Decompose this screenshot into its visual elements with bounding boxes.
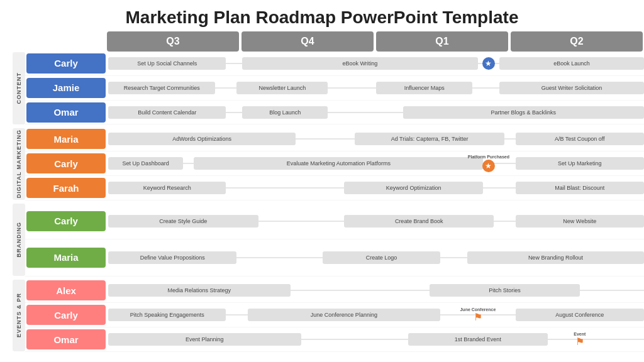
milestone-1-1-0: Platform Purchased★ [468, 155, 509, 172]
section-label-2: Branding [13, 204, 25, 276]
row-3-2: OmarEvent Planning1st Branded EventEvent… [25, 327, 644, 352]
bar-2-0-1: Create Brand Book [344, 215, 494, 228]
gantt-row-3-0: Media Relations StrategyPitch Stories [108, 279, 644, 303]
bar-2-1-1: Create Logo [323, 251, 440, 264]
row-0-2: OmarBuild Content CalendarBlog LaunchPar… [25, 101, 644, 125]
name-box-1-1: Carly [26, 153, 106, 173]
gantt-row-1-0: AdWords OptimizationsAd Trials: Capterra… [108, 128, 644, 151]
page-title: Marketing Plan Roadmap PowerPoint Templa… [0, 0, 644, 31]
name-box-0-0: Carly [26, 53, 106, 74]
bar-3-1-0: Pitch Speaking Engagements [108, 309, 226, 321]
gantt-row-1-2: Keyword ResearchKeyword OptimizationMail… [108, 176, 644, 200]
section-label-3: Events & PR [13, 280, 25, 352]
milestone-3-1-0: June Conference⚑ [460, 307, 496, 322]
row-2-0: CarlyCreate Style GuideCreate Brand Book… [25, 203, 644, 239]
bar-0-0-2: eBook Launch [499, 57, 644, 70]
gantt-row-0-2: Build Content CalendarBlog LaunchPartner… [108, 101, 644, 124]
row-1-2: FarahKeyword ResearchKeyword Optimizatio… [25, 176, 644, 200]
row-3-0: AlexMedia Relations StrategyPitch Storie… [25, 279, 644, 304]
gantt-row-2-0: Create Style GuideCreate Brand BookNew W… [108, 203, 644, 239]
row-0-1: JamieResearch Target CommunitiesNewslett… [25, 76, 644, 101]
section-label-text-2: Branding [16, 222, 22, 258]
gantt-row-1-1: Set Up DashboardEvaluate Marketing Autom… [108, 151, 644, 175]
section-rows-1: MariaAdWords OptimizationsAd Trials: Cap… [25, 128, 644, 201]
milestone-star-blue-0-0-0: ★ [482, 57, 495, 70]
row-0-0: CarlySet Up Social ChannelseBook Writing… [25, 52, 644, 76]
name-box-0-1: Jamie [26, 78, 106, 98]
bar-3-0-1: Pitch Stories [430, 284, 580, 297]
quarter-q4: Q4 [242, 31, 374, 52]
gantt-row-3-2: Event Planning1st Branded EventEvent⚑ [108, 327, 644, 351]
name-box-2-0: Carly [26, 211, 106, 231]
milestone-label-1-1-0: Platform Purchased [468, 155, 509, 159]
section-rows-0: CarlySet Up Social ChannelseBook Writing… [25, 52, 644, 125]
quarter-q1: Q1 [376, 31, 508, 52]
quarter-q2: Q2 [511, 31, 643, 52]
bar-3-2-0: Event Planning [108, 333, 301, 346]
bar-0-2-2: Partner Blogs & Backlinks [403, 106, 644, 119]
section-branding: BrandingCarlyCreate Style GuideCreate Br… [13, 203, 644, 277]
row-3-1: CarlyPitch Speaking EngagementsJune Conf… [25, 303, 644, 327]
rows-container: ContentCarlySet Up Social ChannelseBook … [13, 52, 644, 352]
quarter-headers: Q3 Q4 Q1 Q2 [106, 31, 644, 52]
section-rows-2: CarlyCreate Style GuideCreate Brand Book… [25, 203, 644, 277]
bar-0-1-3: Guest Writer Solicitation [499, 82, 644, 94]
gantt-row-2-1: Define Value PropositionsCreate LogoNew … [108, 239, 644, 275]
bar-3-1-2: August Conference [516, 309, 644, 321]
milestone-flag-3-1-0: ⚑ [474, 312, 482, 322]
bar-1-1-0: Set Up Dashboard [108, 157, 183, 170]
name-box-0-2: Omar [26, 102, 106, 123]
milestone-flag-3-2-0: ⚑ [575, 337, 584, 347]
section-label-1: Digital Marketing [13, 128, 25, 200]
bar-0-1-0: Research Target Communities [108, 82, 215, 94]
gantt-row-3-1: Pitch Speaking EngagementsJune Conferenc… [108, 303, 644, 327]
bar-1-1-1: Evaluate Marketing Automation Platforms [194, 157, 483, 170]
bar-2-1-0: Define Value Propositions [108, 251, 236, 264]
section-events-&-pr: Events & PRAlexMedia Relations StrategyP… [13, 279, 644, 353]
name-box-1-0: Maria [26, 129, 106, 149]
name-box-3-0: Alex [26, 280, 106, 300]
bar-1-0-2: A/B Test Coupon off [516, 133, 644, 145]
section-content: ContentCarlySet Up Social ChannelseBook … [13, 52, 644, 125]
bar-1-0-1: Ad Trials: Capterra, FB, Twitter [355, 133, 505, 145]
milestone-0-0-0: ★ [482, 57, 495, 70]
section-label-0: Content [13, 52, 25, 124]
bar-1-0-0: AdWords Optimizations [108, 133, 296, 145]
bar-1-2-0: Keyword Research [108, 182, 226, 194]
section-label-text-3: Events & PR [16, 293, 22, 337]
main-grid: Q3 Q4 Q1 Q2 ContentCarlySet Up Social Ch… [13, 31, 644, 352]
bar-0-0-0: Set Up Social Channels [108, 57, 226, 70]
section-rows-3: AlexMedia Relations StrategyPitch Storie… [25, 279, 644, 353]
bar-2-1-2: New Branding Rollout [467, 251, 644, 264]
bar-0-1-2: Influencer Maps [376, 82, 472, 94]
section-digital-marketing: Digital MarketingMariaAdWords Optimizati… [13, 128, 644, 201]
section-labels-col [0, 53, 13, 352]
quarter-q3: Q3 [107, 31, 239, 52]
name-box-3-2: Omar [26, 329, 106, 349]
row-2-1: MariaDefine Value PropositionsCreate Log… [25, 239, 644, 276]
bar-1-2-1: Keyword Optimization [344, 182, 484, 194]
row-1-1: CarlySet Up DashboardEvaluate Marketing … [25, 151, 644, 176]
milestone-label-3-1-0: June Conference [460, 307, 496, 312]
bar-0-0-1: eBook Writing [242, 57, 478, 70]
section-label-text-0: Content [16, 72, 22, 104]
gantt-row-0-0: Set Up Social ChannelseBook WritingeBook… [108, 52, 644, 75]
bar-0-1-1: Newsletter Launch [236, 82, 328, 94]
name-box-3-1: Carly [26, 305, 106, 325]
roadmap-container: Q3 Q4 Q1 Q2 ContentCarlySet Up Social Ch… [0, 31, 644, 352]
bar-0-2-1: Blog Launch [242, 106, 328, 119]
bar-2-0-0: Create Style Guide [108, 215, 258, 228]
bar-3-1-1: June Conference Planning [248, 309, 441, 321]
name-box-1-2: Farah [26, 178, 106, 198]
bar-0-2-0: Build Content Calendar [108, 106, 226, 119]
section-label-text-1: Digital Marketing [16, 129, 22, 198]
bar-1-2-2: Mail Blast: Discount [516, 182, 644, 194]
milestone-label-3-2-0: Event [574, 332, 586, 336]
milestone-3-2-0: Event⚑ [574, 332, 586, 347]
bar-1-1-2: Set Up Marketing [516, 157, 644, 170]
milestone-star-orange-1-1-0: ★ [482, 160, 495, 172]
bar-3-0-0: Media Relations Strategy [108, 284, 291, 297]
gantt-row-0-1: Research Target CommunitiesNewsletter La… [108, 76, 644, 100]
bar-2-0-2: New Website [516, 215, 644, 228]
bar-3-2-1: 1st Branded Event [408, 333, 548, 346]
